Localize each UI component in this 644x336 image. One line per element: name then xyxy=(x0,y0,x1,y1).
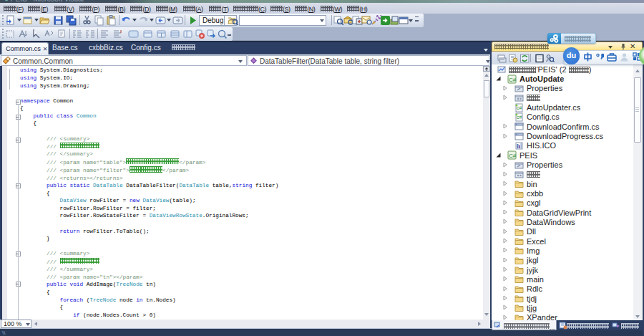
svg-text:c#: c# xyxy=(517,115,522,120)
svg-text:c#: c# xyxy=(517,105,522,110)
svg-text:C#: C# xyxy=(509,153,517,159)
svg-text:C#: C# xyxy=(509,77,517,83)
